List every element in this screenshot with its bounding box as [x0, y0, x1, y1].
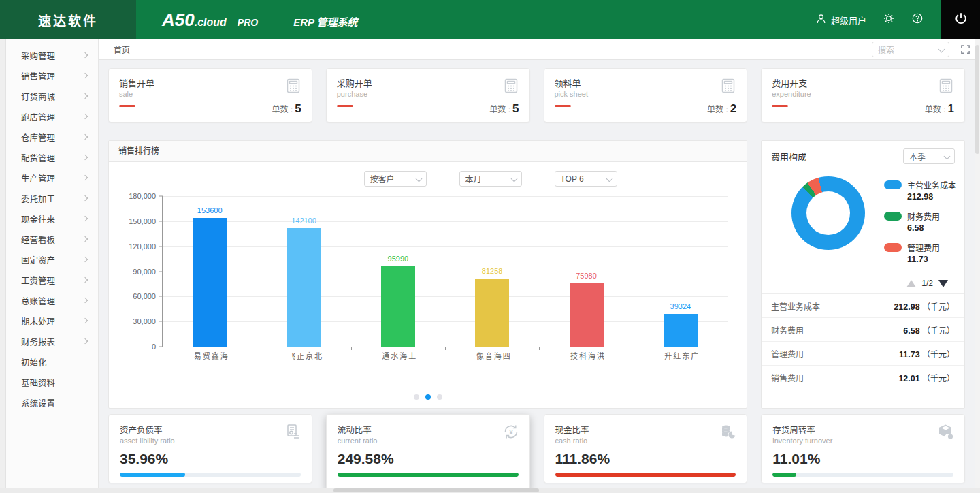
chevron-right-icon — [82, 257, 88, 262]
search-placeholder: 搜索 — [878, 44, 894, 55]
chevron-right-icon — [82, 195, 88, 201]
stat-card-sale[interactable]: 销售开单 sale 单数 :5 — [108, 68, 312, 123]
vertical-scrollbar[interactable] — [975, 39, 980, 488]
sidebar-item-现金往来[interactable]: 现金往来 — [6, 208, 98, 229]
dashboard-content: 销售开单 sale 单数 :5 采购开单 purchase 单数 :5 领料单 … — [99, 60, 975, 488]
fullscreen-button[interactable] — [960, 44, 970, 54]
kpi-value: 35.96% — [120, 451, 301, 467]
sidebar-item-工资管理[interactable]: 工资管理 — [6, 270, 98, 290]
main-area: 首页 搜索 销售开单 sale 单数 :5 采购开单 purchase — [99, 39, 980, 493]
kpi-title: 存货周转率 — [772, 423, 953, 436]
sidebar-item-初始化[interactable]: 初始化 — [6, 351, 98, 372]
kpi-card-inventory-turnover[interactable]: 存货周转率 inventory turnover 11.01% — [761, 414, 965, 483]
sidebar-item-配货管理[interactable]: 配货管理 — [6, 147, 98, 168]
bar-广东红升[interactable] — [664, 314, 698, 347]
expense-panel-title: 费用构成 — [771, 150, 806, 163]
chevron-right-icon — [82, 114, 88, 119]
chevron-right-icon — [82, 175, 88, 180]
filter-value: TOP 6 — [561, 174, 584, 184]
kpi-subtitle: current ratio — [338, 436, 519, 445]
kpi-card-cash-ratio[interactable]: 现金比率 cash ratio 111.86% — [544, 414, 748, 483]
legend-label: 管理费用 — [907, 242, 940, 253]
sidebar-item-财务报表[interactable]: 财务报表 — [6, 331, 98, 351]
stat-card-accent — [772, 105, 788, 107]
filter-dimension[interactable]: 按客户 — [364, 171, 427, 187]
sidebar-item-基础资料[interactable]: 基础资料 — [6, 372, 98, 392]
stat-card-pick sheet[interactable]: 领料单 pick sheet 单数 :2 — [544, 68, 748, 123]
x-axis-label: 北京 正飞 — [287, 352, 322, 360]
sidebar-item-生产管理[interactable]: 生产管理 — [6, 168, 98, 188]
legend-swatch — [884, 180, 902, 189]
kpi-card-asset-libility-ratio[interactable]: 资产负债率 asset libility ratio 35.96% — [108, 414, 312, 483]
sidebar-item-采购管理[interactable]: 采购管理 — [6, 45, 98, 65]
legend-swatch — [884, 212, 902, 221]
sales-bar-chart: 按客户 本月 TOP 6 0 30,000 60,000 90,000 120,… — [109, 162, 747, 408]
kpi-value: 11.01% — [772, 451, 953, 467]
stat-card-purchase[interactable]: 采购开单 purchase 单数 :5 — [326, 68, 530, 123]
filter-top[interactable]: TOP 6 — [555, 171, 617, 187]
carousel-dot-3[interactable] — [437, 394, 442, 400]
sidebar-item-委托加工[interactable]: 委托加工 — [6, 188, 98, 208]
bar-上海水通[interactable] — [381, 266, 415, 347]
sidebar-item-label: 采购管理 — [21, 49, 55, 62]
horizontal-scrollbar[interactable] — [0, 488, 980, 493]
page-up-icon[interactable] — [906, 280, 916, 287]
expense-row: 销售费用 12.01 （千元） — [762, 366, 964, 389]
sidebar-item-仓库管理[interactable]: 仓库管理 — [6, 127, 98, 147]
sales-panel-title: 销售排行榜 — [109, 141, 747, 162]
kpi-value: 111.86% — [555, 451, 736, 467]
tab-home[interactable]: 首页 — [114, 44, 130, 55]
stat-card-count: 单数 :1 — [925, 102, 954, 116]
filter-period[interactable]: 本月 — [459, 171, 522, 187]
calculator-icon — [502, 77, 520, 97]
app-header: 速达软件 A50 .cloud PRO ERP 管理系统 超级用户 — [0, 0, 980, 39]
refresh-yen-icon: ¥ — [502, 423, 520, 443]
sidebar-scroll-strip[interactable] — [0, 39, 6, 493]
expense-row: 财务费用 6.58 （千元） — [762, 318, 964, 342]
search-input[interactable]: 搜索 — [872, 42, 949, 57]
sidebar-item-系统设置[interactable]: 系统设置 — [6, 392, 98, 413]
sidebar-item-订货商城[interactable]: 订货商城 — [6, 86, 98, 106]
chevron-right-icon — [82, 338, 88, 344]
page-down-icon[interactable] — [938, 280, 948, 287]
carousel-dot-1[interactable] — [414, 394, 419, 400]
sidebar-item-跑店管理[interactable]: 跑店管理 — [6, 106, 98, 127]
help-button[interactable] — [911, 12, 924, 27]
kpi-card-current-ratio[interactable]: 流动比率 current ratio ¥ 249.58% — [326, 414, 530, 488]
legend-swatch — [884, 243, 902, 252]
carousel-dot-2[interactable] — [425, 394, 431, 400]
sidebar-item-固定资产[interactable]: 固定资产 — [6, 249, 98, 270]
x-axis-label: 上海 水通 — [380, 352, 416, 360]
sidebar-item-label: 期末处理 — [21, 315, 55, 328]
legend-value: 6.58 — [907, 223, 956, 233]
expense-label: 主营业务成本 — [771, 300, 820, 312]
stat-card-title: 采购开单 — [337, 76, 519, 89]
kpi-title: 现金比率 — [555, 423, 736, 436]
stat-card-subtitle: expenditure — [772, 90, 954, 98]
sidebar-item-销售管理[interactable]: 销售管理 — [6, 65, 98, 86]
bar-海鑫贸易[interactable] — [193, 218, 227, 347]
stat-card-title: 销售开单 — [119, 76, 301, 89]
bar-洪海科技[interactable] — [570, 283, 604, 347]
kpi-value: 249.58% — [338, 451, 519, 467]
logout-button[interactable] — [941, 0, 980, 39]
user-menu[interactable]: 超级用户 — [815, 13, 866, 27]
expense-value: 11.73 （千元） — [899, 348, 955, 360]
stat-card-expenditure[interactable]: 费用开支 expenditure 单数 :1 — [761, 68, 965, 123]
period-select[interactable]: 本季 — [903, 148, 955, 164]
sidebar-item-label: 工资管理 — [21, 274, 55, 287]
sidebar-item-期末处理[interactable]: 期末处理 — [6, 311, 98, 331]
product-name: A50 — [162, 10, 195, 31]
kpi-title: 资产负债率 — [120, 423, 301, 436]
settings-button[interactable] — [883, 12, 895, 27]
sidebar-item-label: 现金往来 — [21, 212, 55, 225]
filter-value: 按客户 — [370, 173, 395, 185]
bar-北京正飞[interactable] — [287, 228, 321, 347]
donut-ring — [791, 176, 865, 250]
bar-四海音像[interactable] — [475, 279, 509, 347]
x-axis-label: 四海 音像 — [474, 352, 510, 360]
bar-value: 142100 — [291, 217, 316, 225]
sidebar-item-总账管理[interactable]: 总账管理 — [6, 290, 98, 311]
stat-card-subtitle: purchase — [337, 90, 519, 98]
sidebar-item-经营看板[interactable]: 经营看板 — [6, 229, 98, 249]
